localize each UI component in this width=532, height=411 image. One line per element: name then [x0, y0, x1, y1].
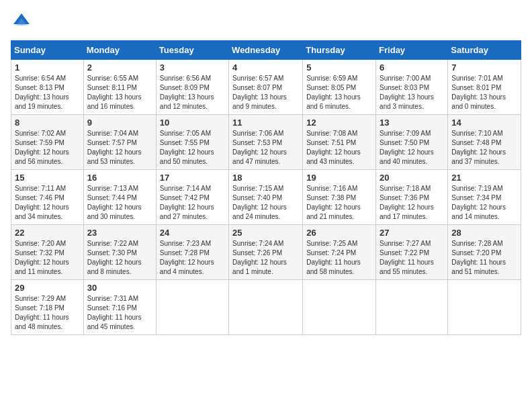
day-info: Sunrise: 7:20 AM Sunset: 7:32 PM Dayligh…	[15, 239, 80, 277]
day-info: Sunrise: 6:54 AM Sunset: 8:13 PM Dayligh…	[15, 74, 80, 111]
day-cell: 27Sunrise: 7:27 AM Sunset: 7:22 PM Dayli…	[376, 225, 448, 280]
day-number: 1	[15, 62, 80, 73]
day-cell: 21Sunrise: 7:19 AM Sunset: 7:34 PM Dayli…	[448, 170, 521, 225]
day-cell	[156, 280, 228, 335]
day-info: Sunrise: 7:13 AM Sunset: 7:44 PM Dayligh…	[87, 184, 152, 222]
day-number: 17	[160, 173, 225, 183]
day-cell: 2Sunrise: 6:55 AM Sunset: 8:11 PM Daylig…	[83, 60, 156, 115]
day-info: Sunrise: 7:06 AM Sunset: 7:53 PM Dayligh…	[232, 129, 299, 167]
day-number: 18	[232, 173, 299, 183]
day-number: 21	[451, 173, 517, 183]
day-cell: 24Sunrise: 7:23 AM Sunset: 7:28 PM Dayli…	[156, 225, 228, 280]
week-row-1: 1Sunrise: 6:54 AM Sunset: 8:13 PM Daylig…	[11, 60, 521, 115]
day-info: Sunrise: 7:14 AM Sunset: 7:42 PM Dayligh…	[160, 184, 225, 222]
day-number: 19	[306, 173, 372, 183]
calendar-table: SundayMondayTuesdayWednesdayThursdayFrid…	[11, 40, 521, 335]
day-info: Sunrise: 7:08 AM Sunset: 7:51 PM Dayligh…	[306, 129, 372, 167]
day-header-sunday: Sunday	[11, 41, 84, 60]
day-cell: 18Sunrise: 7:15 AM Sunset: 7:40 PM Dayli…	[229, 170, 303, 225]
page-header	[11, 11, 521, 32]
day-info: Sunrise: 7:22 AM Sunset: 7:30 PM Dayligh…	[87, 239, 152, 277]
day-header-tuesday: Tuesday	[156, 41, 228, 60]
day-number: 28	[451, 228, 517, 238]
day-info: Sunrise: 7:15 AM Sunset: 7:40 PM Dayligh…	[232, 184, 299, 222]
day-number: 10	[160, 118, 225, 128]
day-info: Sunrise: 7:29 AM Sunset: 7:18 PM Dayligh…	[15, 294, 80, 332]
day-header-thursday: Thursday	[303, 41, 376, 60]
day-cell: 30Sunrise: 7:31 AM Sunset: 7:16 PM Dayli…	[83, 280, 156, 335]
day-cell: 28Sunrise: 7:28 AM Sunset: 7:20 PM Dayli…	[448, 225, 521, 280]
day-cell: 7Sunrise: 7:01 AM Sunset: 8:01 PM Daylig…	[448, 60, 521, 115]
day-info: Sunrise: 7:28 AM Sunset: 7:20 PM Dayligh…	[451, 239, 517, 277]
days-header-row: SundayMondayTuesdayWednesdayThursdayFrid…	[11, 41, 521, 60]
day-info: Sunrise: 7:05 AM Sunset: 7:55 PM Dayligh…	[160, 129, 225, 167]
day-info: Sunrise: 6:57 AM Sunset: 8:07 PM Dayligh…	[232, 74, 299, 111]
day-cell	[229, 280, 303, 335]
day-number: 27	[380, 228, 444, 238]
day-number: 13	[380, 118, 444, 128]
day-number: 8	[15, 118, 80, 128]
day-cell: 14Sunrise: 7:10 AM Sunset: 7:48 PM Dayli…	[448, 115, 521, 170]
day-number: 30	[87, 283, 152, 293]
day-number: 2	[87, 62, 152, 73]
day-info: Sunrise: 7:25 AM Sunset: 7:24 PM Dayligh…	[306, 239, 372, 277]
week-row-4: 22Sunrise: 7:20 AM Sunset: 7:32 PM Dayli…	[11, 225, 521, 280]
day-number: 16	[87, 173, 152, 183]
day-cell: 20Sunrise: 7:18 AM Sunset: 7:36 PM Dayli…	[376, 170, 448, 225]
day-cell: 22Sunrise: 7:20 AM Sunset: 7:32 PM Dayli…	[11, 225, 84, 280]
day-cell: 12Sunrise: 7:08 AM Sunset: 7:51 PM Dayli…	[303, 115, 376, 170]
day-number: 22	[15, 228, 80, 238]
day-cell: 29Sunrise: 7:29 AM Sunset: 7:18 PM Dayli…	[11, 280, 84, 335]
day-number: 12	[306, 118, 372, 128]
day-info: Sunrise: 7:09 AM Sunset: 7:50 PM Dayligh…	[380, 129, 444, 167]
day-cell: 10Sunrise: 7:05 AM Sunset: 7:55 PM Dayli…	[156, 115, 228, 170]
day-header-saturday: Saturday	[448, 41, 521, 60]
day-info: Sunrise: 7:00 AM Sunset: 8:03 PM Dayligh…	[380, 74, 444, 111]
day-info: Sunrise: 7:24 AM Sunset: 7:26 PM Dayligh…	[232, 239, 299, 277]
day-number: 23	[87, 228, 152, 238]
day-cell: 11Sunrise: 7:06 AM Sunset: 7:53 PM Dayli…	[229, 115, 303, 170]
day-cell: 13Sunrise: 7:09 AM Sunset: 7:50 PM Dayli…	[376, 115, 448, 170]
logo	[11, 11, 35, 32]
logo-icon	[11, 11, 32, 32]
day-number: 3	[160, 62, 225, 73]
day-info: Sunrise: 6:56 AM Sunset: 8:09 PM Dayligh…	[160, 74, 225, 111]
day-cell: 25Sunrise: 7:24 AM Sunset: 7:26 PM Dayli…	[229, 225, 303, 280]
day-cell	[376, 280, 448, 335]
day-info: Sunrise: 7:11 AM Sunset: 7:46 PM Dayligh…	[15, 184, 80, 222]
day-info: Sunrise: 7:31 AM Sunset: 7:16 PM Dayligh…	[87, 294, 152, 332]
day-info: Sunrise: 7:02 AM Sunset: 7:59 PM Dayligh…	[15, 129, 80, 167]
day-number: 11	[232, 118, 299, 128]
week-row-5: 29Sunrise: 7:29 AM Sunset: 7:18 PM Dayli…	[11, 280, 521, 335]
day-info: Sunrise: 7:10 AM Sunset: 7:48 PM Dayligh…	[451, 129, 517, 167]
day-cell: 5Sunrise: 6:59 AM Sunset: 8:05 PM Daylig…	[303, 60, 376, 115]
day-cell: 9Sunrise: 7:04 AM Sunset: 7:57 PM Daylig…	[83, 115, 156, 170]
day-cell: 17Sunrise: 7:14 AM Sunset: 7:42 PM Dayli…	[156, 170, 228, 225]
day-cell: 8Sunrise: 7:02 AM Sunset: 7:59 PM Daylig…	[11, 115, 84, 170]
day-cell	[448, 280, 521, 335]
week-row-3: 15Sunrise: 7:11 AM Sunset: 7:46 PM Dayli…	[11, 170, 521, 225]
day-info: Sunrise: 7:01 AM Sunset: 8:01 PM Dayligh…	[451, 74, 517, 111]
day-number: 9	[87, 118, 152, 128]
day-info: Sunrise: 6:55 AM Sunset: 8:11 PM Dayligh…	[87, 74, 152, 111]
day-cell: 16Sunrise: 7:13 AM Sunset: 7:44 PM Dayli…	[83, 170, 156, 225]
day-number: 5	[306, 62, 372, 73]
day-cell	[303, 280, 376, 335]
day-cell: 26Sunrise: 7:25 AM Sunset: 7:24 PM Dayli…	[303, 225, 376, 280]
week-row-2: 8Sunrise: 7:02 AM Sunset: 7:59 PM Daylig…	[11, 115, 521, 170]
day-header-friday: Friday	[376, 41, 448, 60]
day-number: 29	[15, 283, 80, 293]
day-header-monday: Monday	[83, 41, 156, 60]
day-number: 26	[306, 228, 372, 238]
day-info: Sunrise: 7:19 AM Sunset: 7:34 PM Dayligh…	[451, 184, 517, 222]
day-info: Sunrise: 7:18 AM Sunset: 7:36 PM Dayligh…	[380, 184, 444, 222]
day-info: Sunrise: 7:16 AM Sunset: 7:38 PM Dayligh…	[306, 184, 372, 222]
day-cell: 1Sunrise: 6:54 AM Sunset: 8:13 PM Daylig…	[11, 60, 84, 115]
day-cell: 23Sunrise: 7:22 AM Sunset: 7:30 PM Dayli…	[83, 225, 156, 280]
day-info: Sunrise: 7:04 AM Sunset: 7:57 PM Dayligh…	[87, 129, 152, 167]
day-cell: 3Sunrise: 6:56 AM Sunset: 8:09 PM Daylig…	[156, 60, 228, 115]
day-cell: 15Sunrise: 7:11 AM Sunset: 7:46 PM Dayli…	[11, 170, 84, 225]
day-info: Sunrise: 6:59 AM Sunset: 8:05 PM Dayligh…	[306, 74, 372, 111]
day-number: 15	[15, 173, 80, 183]
day-header-wednesday: Wednesday	[229, 41, 303, 60]
